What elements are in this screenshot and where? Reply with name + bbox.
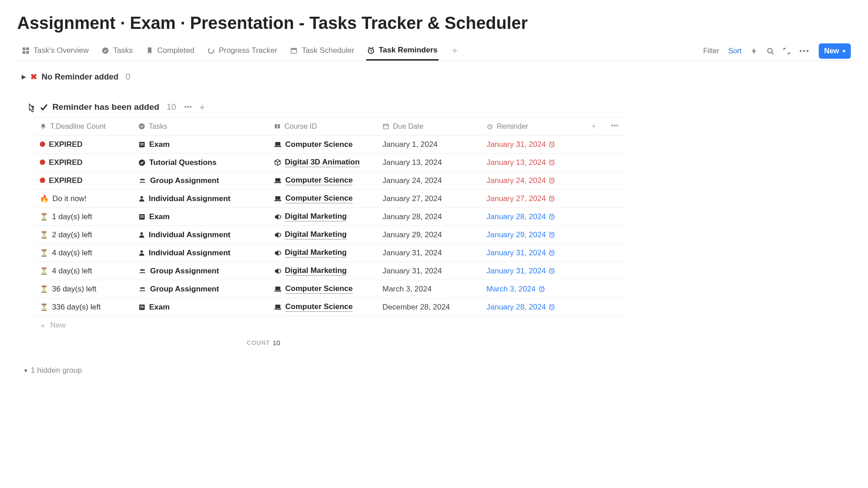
course-name: Computer Science (285, 176, 353, 185)
deadline-text: EXPIRED (49, 140, 83, 149)
alarm-icon (538, 286, 545, 292)
course-icon (274, 249, 281, 257)
status-icon: 🔥 (40, 194, 49, 203)
tab-tasks[interactable]: Tasks (100, 41, 133, 61)
svg-point-24 (142, 178, 143, 180)
hidden-group-toggle[interactable]: ▾ 1 hidden group (24, 366, 851, 375)
task-name: Exam (149, 303, 170, 312)
task-name: Group Assignment (150, 285, 219, 294)
group-more-icon[interactable]: ••• (184, 103, 192, 111)
svg-point-38 (141, 250, 143, 253)
pointer-cursor-icon (26, 103, 37, 115)
new-row-label: New (50, 321, 66, 330)
alarm-icon (548, 195, 555, 202)
col-deadline[interactable]: T.Deadline Count (34, 122, 134, 131)
group-count: 0 (126, 72, 130, 82)
sort-button[interactable]: Sort (728, 47, 741, 55)
status-icon: ⏳ (40, 249, 48, 258)
group-reminder-added[interactable]: ▼ Reminder has been added 10 ••• ＋ (22, 102, 851, 113)
course-name: Digital Marketing (285, 266, 347, 276)
calendar-icon (290, 47, 298, 55)
svg-rect-26 (274, 182, 281, 183)
svg-rect-30 (274, 200, 281, 201)
deadline-text: 2 day(s) left (52, 230, 92, 239)
due-date: January 31, 2024 (382, 249, 442, 258)
tab-label: Task Reminders (379, 46, 438, 55)
task-icon (138, 268, 146, 274)
filter-button[interactable]: Filter (703, 47, 719, 55)
task-name: Individual Assignment (149, 249, 231, 258)
group-label: No Reminder added (42, 72, 118, 82)
task-name: Exam (149, 212, 170, 221)
task-icon (138, 249, 145, 256)
table-row[interactable]: ⏳1 day(s) leftExamDigital MarketingJanua… (34, 208, 627, 226)
tab-overview[interactable]: Task's Overview (21, 41, 90, 61)
deadline-text: EXPIRED (49, 158, 83, 167)
add-column-icon[interactable]: ＋ (590, 122, 597, 131)
due-date: January 27, 2024 (382, 194, 442, 203)
check-icon (40, 103, 48, 111)
svg-rect-7 (291, 48, 297, 50)
table-row[interactable]: EXPIREDExamComputer ScienceJanuary 1, 20… (34, 136, 627, 154)
reminder-date: January 31, 2024 (486, 140, 546, 149)
course-name: Computer Science (285, 284, 353, 294)
bookmark-icon (146, 47, 154, 55)
alarm-icon (486, 123, 493, 130)
more-icon[interactable]: ••• (799, 47, 810, 55)
group-no-reminder[interactable]: ▶ ✖ No Reminder added 0 (22, 72, 851, 82)
col-due[interactable]: Due Date (378, 122, 482, 131)
table-row[interactable]: ⏳4 day(s) leftIndividual AssignmentDigit… (34, 244, 627, 262)
table-row[interactable]: EXPIREDGroup AssignmentComputer ScienceJ… (34, 172, 627, 190)
cross-icon: ✖ (30, 72, 37, 82)
group-add-icon[interactable]: ＋ (198, 102, 206, 113)
reminder-date: January 24, 2024 (486, 176, 546, 185)
svg-point-40 (140, 269, 142, 271)
svg-point-23 (143, 178, 145, 180)
bell-icon (40, 123, 47, 130)
task-name: Tutorial Questions (149, 158, 217, 167)
new-button[interactable]: New ▾ (819, 43, 851, 59)
col-course[interactable]: Course ID (269, 122, 378, 131)
group-count: 10 (166, 102, 176, 112)
column-more-icon[interactable]: ••• (611, 122, 618, 131)
alarm-icon (548, 141, 555, 148)
svg-point-44 (140, 287, 142, 289)
tab-scheduler[interactable]: Task Scheduler (289, 41, 355, 61)
grid-icon (22, 47, 30, 55)
expand-icon[interactable] (783, 47, 790, 55)
table-row[interactable]: ⏳36 day(s) leftGroup AssignmentComputer … (34, 280, 627, 298)
course-icon (274, 159, 281, 166)
svg-rect-0 (23, 47, 25, 50)
table-row[interactable]: ⏳2 day(s) leftIndividual AssignmentDigit… (34, 226, 627, 244)
due-date: January 28, 2024 (382, 212, 442, 221)
tab-completed[interactable]: Completed (145, 41, 195, 61)
add-view-button[interactable]: ＋ (449, 41, 460, 61)
search-icon[interactable] (767, 47, 774, 55)
plus-icon: ＋ (39, 320, 47, 331)
table-row[interactable]: 🔥Do it now!Individual AssignmentComputer… (34, 190, 627, 208)
bolt-icon[interactable] (750, 47, 758, 55)
table-row[interactable]: ⏳336 day(s) leftExamComputer ScienceDece… (34, 298, 627, 316)
alarm-icon (548, 159, 555, 166)
table-row[interactable]: ⏳4 day(s) leftGroup AssignmentDigital Ma… (34, 262, 627, 280)
add-row-button[interactable]: ＋ New (34, 316, 627, 334)
svg-rect-17 (275, 142, 280, 145)
alarm-icon (548, 267, 555, 274)
table-row[interactable]: EXPIREDTutorial QuestionsDigital 3D Anim… (34, 154, 627, 172)
tab-reminders[interactable]: Task Reminders (366, 41, 439, 61)
col-label: Tasks (149, 122, 167, 131)
course-icon (274, 267, 281, 275)
col-reminder[interactable]: Reminder (482, 122, 581, 131)
alarm-icon (367, 46, 375, 54)
due-date: December 28, 2024 (382, 303, 450, 312)
col-tasks[interactable]: Tasks (134, 122, 269, 131)
reminder-table: T.Deadline Count Tasks Course ID Due Dat… (34, 117, 627, 351)
reminder-date: March 3, 2024 (486, 285, 536, 294)
col-label: Due Date (393, 122, 424, 131)
tab-progress[interactable]: Progress Tracker (206, 41, 278, 61)
tabs-bar: Task's Overview Tasks Completed Progress… (17, 41, 851, 61)
course-name: Computer Science (285, 140, 353, 149)
svg-rect-53 (275, 305, 280, 308)
task-name: Group Assignment (150, 176, 219, 185)
course-name: Computer Science (285, 302, 353, 312)
